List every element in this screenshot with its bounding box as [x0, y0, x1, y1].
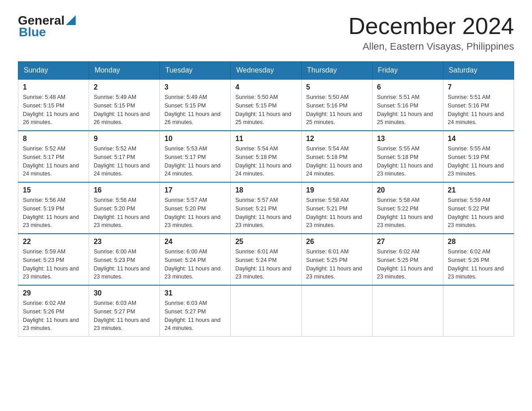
day-info: Sunrise: 5:51 AM Sunset: 5:16 PM Dayligh… [448, 93, 509, 127]
logo: General Blue [18, 13, 76, 39]
calendar-day-cell: 26 Sunrise: 6:01 AM Sunset: 5:25 PM Dayl… [301, 234, 372, 285]
day-number: 6 [377, 83, 438, 91]
calendar-week-row: 29 Sunrise: 6:02 AM Sunset: 5:26 PM Dayl… [18, 285, 514, 337]
header-friday: Friday [372, 62, 443, 80]
calendar-day-cell: 10 Sunrise: 5:53 AM Sunset: 5:17 PM Dayl… [160, 131, 231, 182]
day-info: Sunrise: 5:52 AM Sunset: 5:17 PM Dayligh… [23, 145, 84, 178]
calendar-day-cell: 21 Sunrise: 5:59 AM Sunset: 5:22 PM Dayl… [443, 182, 514, 234]
calendar-day-cell [301, 285, 372, 337]
day-info: Sunrise: 6:02 AM Sunset: 5:26 PM Dayligh… [23, 299, 84, 333]
calendar-day-cell: 15 Sunrise: 5:56 AM Sunset: 5:19 PM Dayl… [18, 182, 89, 234]
day-info: Sunrise: 5:48 AM Sunset: 5:15 PM Dayligh… [23, 93, 84, 127]
page-title: December 2024 [348, 13, 514, 39]
header-sunday: Sunday [18, 62, 89, 80]
calendar-day-cell: 25 Sunrise: 6:01 AM Sunset: 5:24 PM Dayl… [231, 234, 301, 285]
calendar-day-cell: 7 Sunrise: 5:51 AM Sunset: 5:16 PM Dayli… [443, 79, 514, 131]
day-number: 9 [94, 135, 155, 143]
calendar-week-row: 22 Sunrise: 5:59 AM Sunset: 5:23 PM Dayl… [18, 234, 514, 285]
day-number: 25 [235, 238, 296, 246]
day-number: 2 [94, 83, 155, 91]
day-info: Sunrise: 5:55 AM Sunset: 5:19 PM Dayligh… [448, 145, 509, 178]
day-info: Sunrise: 5:52 AM Sunset: 5:17 PM Dayligh… [94, 145, 155, 178]
day-info: Sunrise: 6:00 AM Sunset: 5:23 PM Dayligh… [94, 248, 155, 281]
day-info: Sunrise: 5:55 AM Sunset: 5:18 PM Dayligh… [377, 145, 438, 178]
page-header: General Blue December 2024 Allen, Easter… [18, 13, 514, 52]
calendar-day-cell: 14 Sunrise: 5:55 AM Sunset: 5:19 PM Dayl… [443, 131, 514, 182]
day-info: Sunrise: 5:58 AM Sunset: 5:22 PM Dayligh… [377, 196, 438, 230]
calendar-day-cell: 18 Sunrise: 5:57 AM Sunset: 5:21 PM Dayl… [231, 182, 301, 234]
header-thursday: Thursday [301, 62, 372, 80]
day-number: 15 [23, 186, 84, 194]
day-info: Sunrise: 5:57 AM Sunset: 5:21 PM Dayligh… [235, 196, 296, 230]
calendar-day-cell: 3 Sunrise: 5:49 AM Sunset: 5:15 PM Dayli… [160, 79, 231, 131]
page-subtitle: Allen, Eastern Visayas, Philippines [348, 41, 514, 52]
day-number: 12 [306, 135, 368, 143]
calendar-day-cell: 19 Sunrise: 5:58 AM Sunset: 5:21 PM Dayl… [301, 182, 372, 234]
header-tuesday: Tuesday [160, 62, 231, 80]
day-number: 18 [235, 186, 296, 194]
day-number: 22 [23, 238, 84, 246]
day-info: Sunrise: 5:56 AM Sunset: 5:20 PM Dayligh… [94, 196, 155, 230]
calendar-day-cell: 11 Sunrise: 5:54 AM Sunset: 5:18 PM Dayl… [231, 131, 301, 182]
day-info: Sunrise: 5:49 AM Sunset: 5:15 PM Dayligh… [164, 93, 226, 127]
day-number: 13 [377, 135, 438, 143]
calendar-week-row: 15 Sunrise: 5:56 AM Sunset: 5:19 PM Dayl… [18, 182, 514, 234]
day-number: 10 [164, 135, 226, 143]
day-info: Sunrise: 6:01 AM Sunset: 5:25 PM Dayligh… [306, 248, 368, 281]
calendar-week-row: 8 Sunrise: 5:52 AM Sunset: 5:17 PM Dayli… [18, 131, 514, 182]
day-info: Sunrise: 6:01 AM Sunset: 5:24 PM Dayligh… [235, 248, 296, 281]
calendar-day-cell: 22 Sunrise: 5:59 AM Sunset: 5:23 PM Dayl… [18, 234, 89, 285]
calendar-table: Sunday Monday Tuesday Wednesday Thursday… [18, 61, 514, 337]
day-info: Sunrise: 5:50 AM Sunset: 5:15 PM Dayligh… [235, 93, 296, 127]
svg-marker-0 [66, 15, 76, 25]
day-number: 4 [235, 83, 296, 91]
calendar-day-cell: 13 Sunrise: 5:55 AM Sunset: 5:18 PM Dayl… [372, 131, 443, 182]
header-saturday: Saturday [443, 62, 514, 80]
calendar-day-cell: 17 Sunrise: 5:57 AM Sunset: 5:20 PM Dayl… [160, 182, 231, 234]
calendar-header-row: Sunday Monday Tuesday Wednesday Thursday… [18, 62, 514, 80]
day-number: 29 [23, 289, 84, 297]
day-number: 31 [164, 289, 226, 297]
calendar-day-cell: 2 Sunrise: 5:49 AM Sunset: 5:15 PM Dayli… [89, 79, 160, 131]
calendar-day-cell: 12 Sunrise: 5:54 AM Sunset: 5:18 PM Dayl… [301, 131, 372, 182]
calendar-day-cell [443, 285, 514, 337]
day-info: Sunrise: 5:59 AM Sunset: 5:22 PM Dayligh… [448, 196, 509, 230]
calendar-day-cell: 5 Sunrise: 5:50 AM Sunset: 5:16 PM Dayli… [301, 79, 372, 131]
day-info: Sunrise: 5:54 AM Sunset: 5:18 PM Dayligh… [235, 145, 296, 178]
title-block: December 2024 Allen, Eastern Visayas, Ph… [348, 13, 514, 52]
day-info: Sunrise: 5:58 AM Sunset: 5:21 PM Dayligh… [306, 196, 368, 230]
calendar-day-cell: 28 Sunrise: 6:02 AM Sunset: 5:26 PM Dayl… [443, 234, 514, 285]
day-info: Sunrise: 6:02 AM Sunset: 5:25 PM Dayligh… [377, 248, 438, 281]
logo-blue-text: Blue [19, 25, 46, 39]
day-number: 11 [235, 135, 296, 143]
day-info: Sunrise: 6:00 AM Sunset: 5:24 PM Dayligh… [164, 248, 226, 281]
calendar-day-cell: 1 Sunrise: 5:48 AM Sunset: 5:15 PM Dayli… [18, 79, 89, 131]
day-number: 3 [164, 83, 226, 91]
day-info: Sunrise: 6:03 AM Sunset: 5:27 PM Dayligh… [94, 299, 155, 333]
calendar-day-cell: 20 Sunrise: 5:58 AM Sunset: 5:22 PM Dayl… [372, 182, 443, 234]
calendar-day-cell: 16 Sunrise: 5:56 AM Sunset: 5:20 PM Dayl… [89, 182, 160, 234]
day-info: Sunrise: 5:49 AM Sunset: 5:15 PM Dayligh… [94, 93, 155, 127]
logo-triangle-icon [66, 15, 76, 25]
day-number: 26 [306, 238, 368, 246]
day-info: Sunrise: 5:59 AM Sunset: 5:23 PM Dayligh… [23, 248, 84, 281]
calendar-week-row: 1 Sunrise: 5:48 AM Sunset: 5:15 PM Dayli… [18, 79, 514, 131]
day-number: 21 [448, 186, 509, 194]
header-monday: Monday [89, 62, 160, 80]
day-number: 27 [377, 238, 438, 246]
day-number: 17 [164, 186, 226, 194]
calendar-day-cell: 8 Sunrise: 5:52 AM Sunset: 5:17 PM Dayli… [18, 131, 89, 182]
calendar-day-cell: 31 Sunrise: 6:03 AM Sunset: 5:27 PM Dayl… [160, 285, 231, 337]
calendar-day-cell [372, 285, 443, 337]
day-number: 16 [94, 186, 155, 194]
day-number: 1 [23, 83, 84, 91]
calendar-day-cell: 6 Sunrise: 5:51 AM Sunset: 5:16 PM Dayli… [372, 79, 443, 131]
day-info: Sunrise: 5:57 AM Sunset: 5:20 PM Dayligh… [164, 196, 226, 230]
calendar-day-cell: 9 Sunrise: 5:52 AM Sunset: 5:17 PM Dayli… [89, 131, 160, 182]
day-info: Sunrise: 5:50 AM Sunset: 5:16 PM Dayligh… [306, 93, 368, 127]
day-number: 19 [306, 186, 368, 194]
day-info: Sunrise: 5:53 AM Sunset: 5:17 PM Dayligh… [164, 145, 226, 178]
day-number: 24 [164, 238, 226, 246]
day-info: Sunrise: 5:51 AM Sunset: 5:16 PM Dayligh… [377, 93, 438, 127]
calendar-day-cell: 29 Sunrise: 6:02 AM Sunset: 5:26 PM Dayl… [18, 285, 89, 337]
